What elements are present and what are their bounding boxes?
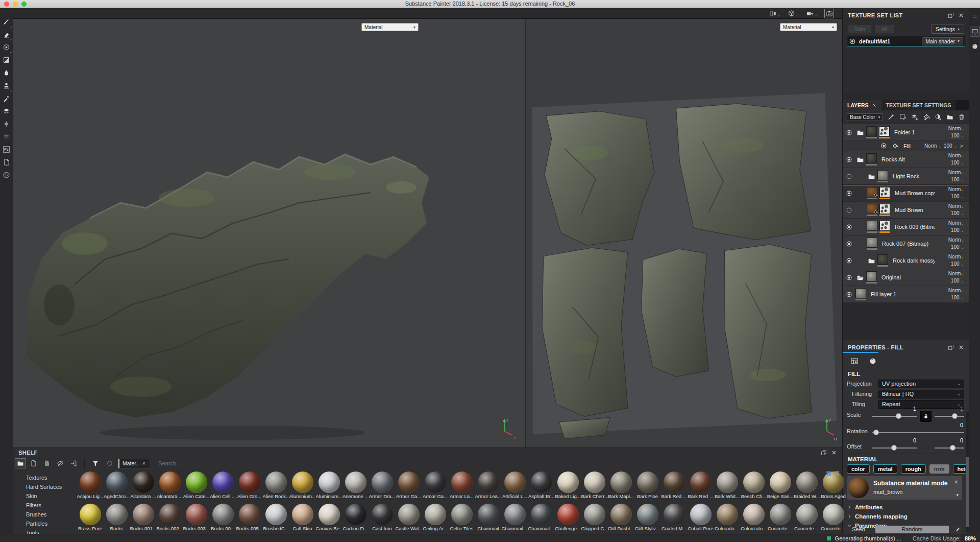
blend-mode-dropdown[interactable]: Norm⌄ bbox=[935, 237, 964, 244]
shelf-material[interactable]: Chipped C... bbox=[583, 504, 606, 531]
shelf-material[interactable]: Bark Cherr... bbox=[583, 472, 606, 499]
tool-smudge[interactable] bbox=[1, 66, 12, 79]
tool-particles[interactable] bbox=[1, 117, 12, 130]
shelf-category-particles[interactable]: Particles bbox=[14, 520, 71, 528]
shelf-material[interactable]: Bricks 00... bbox=[211, 504, 234, 531]
close-icon[interactable] bbox=[831, 450, 837, 456]
tool-layers-stack[interactable] bbox=[1, 105, 12, 117]
layer-thumbnail[interactable] bbox=[879, 204, 890, 216]
shelf-material[interactable]: Bricks 002... bbox=[158, 504, 181, 531]
scale-y-slider[interactable] bbox=[935, 416, 964, 417]
shelf-material[interactable]: Bricks 005... bbox=[238, 504, 261, 531]
add-fill-layer-button[interactable] bbox=[923, 113, 930, 121]
blend-mode-dropdown[interactable]: Norm⌄ bbox=[935, 253, 964, 261]
radio-off-icon[interactable] bbox=[846, 173, 852, 180]
tool-eraser[interactable]: ⌄ bbox=[1, 28, 12, 41]
shelf-add-resource-button[interactable] bbox=[28, 458, 39, 468]
tab-layers[interactable]: LAYERS bbox=[843, 100, 881, 110]
opacity-dropdown[interactable]: 100 ⌄ bbox=[935, 261, 964, 268]
layer-row[interactable]: Mud BrownNorm⌄100 ⌄ bbox=[843, 202, 969, 219]
radio-on-icon[interactable] bbox=[846, 224, 852, 230]
shelf-material[interactable]: Bark Pine bbox=[636, 472, 659, 499]
effect-wand-button[interactable] bbox=[888, 113, 895, 121]
toolbar-cube-3d[interactable]: ⌄ bbox=[788, 10, 799, 17]
opacity-dropdown[interactable]: 100 ⌄ bbox=[935, 193, 964, 200]
visibility-toggle[interactable] bbox=[843, 156, 855, 163]
blend-mode-dropdown[interactable]: Norm⌄ bbox=[935, 270, 964, 277]
shelf-material[interactable]: Artificial L... bbox=[503, 472, 526, 499]
layer-row[interactable]: Rock 009 (Bitmap)Norm⌄100 ⌄ bbox=[843, 219, 969, 235]
viewport[interactable]: y x Material ▾ bbox=[13, 19, 842, 447]
shelf-folder-button[interactable] bbox=[15, 458, 26, 468]
add-layer-button[interactable] bbox=[911, 113, 918, 121]
visibility-toggle[interactable] bbox=[843, 291, 855, 298]
delete-layer-button[interactable] bbox=[958, 113, 965, 121]
shelf-material[interactable]: Cast Iron bbox=[371, 504, 394, 531]
visibility-toggle[interactable] bbox=[843, 241, 855, 247]
shelf-category-filters[interactable]: Filters bbox=[14, 501, 71, 509]
shelf-material[interactable]: Baked Lig... bbox=[556, 472, 579, 499]
shelf-document-button[interactable] bbox=[41, 458, 53, 468]
blend-mode-dropdown[interactable]: Norm⌄ bbox=[935, 287, 964, 294]
substance-material-card[interactable]: Substance material mode mud_brown ▾ bbox=[847, 476, 962, 500]
shelf-material[interactable]: Bricks 001... bbox=[132, 504, 155, 531]
layer-thumbnail[interactable] bbox=[866, 153, 877, 166]
close-icon[interactable] bbox=[959, 144, 964, 149]
shelf-material[interactable]: Beech Ch... bbox=[742, 472, 765, 499]
shelf-material[interactable]: Beige San... bbox=[769, 472, 792, 499]
toolbar-photo-camera[interactable] bbox=[824, 9, 834, 18]
channel-metal-button[interactable]: metal bbox=[873, 464, 897, 474]
shelf-material[interactable]: Bricks 003... bbox=[185, 504, 208, 531]
blend-mode-dropdown[interactable]: Norm⌄ bbox=[935, 125, 964, 132]
layer-row-fill-effect[interactable]: FillNorm ⌄100 ⌄ bbox=[843, 141, 969, 151]
shelf-material[interactable]: Colorado ... bbox=[716, 504, 739, 531]
close-icon[interactable] bbox=[141, 461, 146, 466]
shelf-material[interactable]: Chainmail bbox=[477, 504, 500, 531]
layer-thumbnail[interactable] bbox=[877, 170, 888, 182]
blend-mode-dropdown[interactable]: Norm⌄ bbox=[935, 203, 964, 210]
seed-random-button[interactable]: Random bbox=[875, 526, 949, 533]
channel-nrm-button[interactable]: nrm bbox=[929, 464, 949, 474]
shelf-material[interactable]: Bark Red ... bbox=[689, 472, 712, 499]
radio-on-icon[interactable] bbox=[880, 143, 887, 149]
grid-large-icon[interactable] bbox=[826, 470, 831, 476]
shelf-material[interactable]: Chainmail ... bbox=[530, 504, 553, 531]
layer-thumbnail[interactable] bbox=[867, 238, 877, 250]
tool-projection[interactable]: ⌄ bbox=[1, 41, 12, 54]
shelf-material[interactable]: Armor Dra... bbox=[371, 472, 394, 499]
shelf-material[interactable]: Coated M... bbox=[663, 504, 685, 531]
view-mode-dropdown-2d[interactable]: Material ▾ bbox=[780, 23, 837, 31]
close-icon[interactable] bbox=[953, 479, 959, 485]
visibility-toggle[interactable] bbox=[843, 173, 855, 180]
offset-y-slider[interactable] bbox=[935, 447, 964, 449]
group-attributes[interactable]: Attributes bbox=[847, 503, 964, 511]
layer-row[interactable]: Light RockNorm⌄100 ⌄ bbox=[843, 168, 969, 185]
filter-funnel-icon[interactable] bbox=[90, 458, 101, 468]
shelf-material[interactable]: Armor Lea... bbox=[477, 472, 500, 499]
shelf-material[interactable]: Alien Gro... bbox=[238, 472, 261, 499]
texture-set-row[interactable]: defaultMat1 Main shader▾ bbox=[847, 36, 965, 46]
shelf-material[interactable]: Anemone ... bbox=[344, 472, 367, 499]
layer-thumbnail[interactable] bbox=[866, 126, 877, 138]
layer-thumbnail[interactable] bbox=[867, 221, 877, 233]
viewport-2d[interactable]: y U Material ▾ bbox=[525, 19, 842, 447]
radio-on-icon[interactable] bbox=[846, 257, 852, 264]
add-smart-material-button[interactable] bbox=[899, 113, 906, 121]
shelf-category-skin[interactable]: Skin bbox=[14, 492, 71, 500]
layer-thumbnail[interactable] bbox=[879, 221, 890, 233]
visibility-toggle[interactable] bbox=[843, 129, 855, 136]
layer-row[interactable]: OriginalNorm⌄100 ⌄ bbox=[843, 269, 969, 286]
dock-display-settings[interactable] bbox=[970, 27, 980, 37]
layer-row[interactable]: Fill layer 1Norm⌄100 ⌄ bbox=[843, 286, 969, 303]
shelf-material[interactable]: Armor La... bbox=[450, 472, 473, 499]
offset-x-slider[interactable] bbox=[872, 447, 917, 449]
tool-stack-dim[interactable] bbox=[1, 130, 12, 143]
close-icon[interactable] bbox=[872, 103, 877, 108]
radio-on-icon[interactable] bbox=[846, 241, 852, 247]
shelf-material[interactable]: Asphalt Er... bbox=[530, 472, 553, 499]
shelf-material[interactable]: Alien Rock... bbox=[264, 472, 287, 499]
opacity-dropdown[interactable]: 100 ⌄ bbox=[935, 132, 964, 139]
radio-on-icon[interactable] bbox=[846, 156, 852, 163]
radio-on-icon[interactable] bbox=[846, 190, 852, 197]
toolbar-video-camera[interactable]: ⌄ bbox=[806, 10, 817, 17]
